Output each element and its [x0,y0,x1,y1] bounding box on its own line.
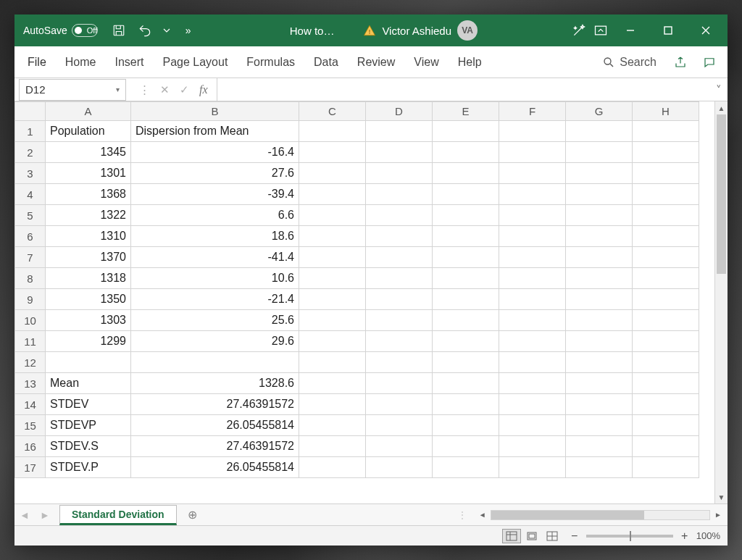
cell[interactable] [366,352,433,373]
cell[interactable] [566,373,633,394]
cell[interactable] [499,226,566,247]
cell[interactable] [566,352,633,373]
cell[interactable] [433,310,499,331]
cell[interactable] [299,394,366,415]
cell[interactable] [633,142,699,163]
cell[interactable] [366,289,433,310]
cell[interactable] [299,310,366,331]
cell[interactable] [566,394,633,415]
expand-formula-bar-icon[interactable]: ˅ [710,83,728,96]
cell[interactable] [366,247,433,268]
cell[interactable] [566,268,633,289]
cell[interactable] [433,226,499,247]
cell[interactable]: -21.4 [131,289,299,310]
cell[interactable] [499,205,566,226]
sheet-tab[interactable]: Standard Deviation [59,505,177,525]
name-box[interactable]: D12 ▾ [19,79,126,101]
cell[interactable] [131,352,299,373]
row-header[interactable]: 12 [15,352,46,373]
cell[interactable] [633,373,699,394]
cell[interactable] [633,457,699,478]
page-layout-view-button[interactable] [522,529,541,543]
row-header[interactable]: 4 [15,184,46,205]
cell[interactable] [499,289,566,310]
cell[interactable] [433,331,499,352]
cell[interactable] [366,163,433,184]
cell[interactable] [299,289,366,310]
cell[interactable] [299,436,366,457]
cell[interactable] [366,268,433,289]
cell[interactable] [366,226,433,247]
cell[interactable]: STDEV [46,394,131,415]
column-header[interactable]: H [633,102,699,121]
cell[interactable]: 18.6 [131,226,299,247]
cell[interactable] [566,163,633,184]
zoom-level[interactable]: 100% [696,530,720,541]
row-header[interactable]: 9 [15,289,46,310]
row-header[interactable]: 6 [15,226,46,247]
row-header[interactable]: 11 [15,331,46,352]
row-header[interactable]: 16 [15,436,46,457]
cell[interactable] [299,352,366,373]
cell[interactable] [366,331,433,352]
undo-icon[interactable] [136,23,154,38]
cell[interactable] [433,289,499,310]
cell[interactable] [433,184,499,205]
zoom-in-button[interactable]: + [679,530,691,543]
cell[interactable] [633,436,699,457]
cell[interactable] [299,184,366,205]
scroll-right-icon[interactable]: ► [712,511,725,519]
toggle-switch[interactable]: Off [72,24,98,37]
vscroll-track[interactable] [715,114,728,490]
cell[interactable]: 25.6 [131,310,299,331]
cell[interactable] [299,247,366,268]
insert-function-icon[interactable]: fx [199,83,208,96]
cell[interactable]: -41.4 [131,247,299,268]
cell[interactable] [299,268,366,289]
cancel-formula-icon[interactable]: ✕ [160,83,170,96]
cell[interactable] [566,205,633,226]
column-header[interactable]: E [433,102,499,121]
cell[interactable] [633,226,699,247]
cell[interactable]: 1370 [46,247,131,268]
cell[interactable] [499,121,566,142]
tab-file[interactable]: File [20,51,54,73]
worksheet-grid[interactable]: ABCDEFGH 1PopulationDispersion from Mean… [14,101,714,503]
column-header[interactable]: C [299,102,366,121]
cell[interactable]: 27.6 [131,163,299,184]
cell[interactable] [633,289,699,310]
column-header[interactable]: G [566,102,633,121]
row-header[interactable]: 2 [15,142,46,163]
scroll-down-icon[interactable]: ▼ [715,490,728,503]
cell[interactable] [499,436,566,457]
tab-scroll-left-icon[interactable]: ◄ [14,509,35,521]
cell[interactable]: 6.6 [131,205,299,226]
minimize-button[interactable] [613,14,648,46]
cell[interactable] [566,457,633,478]
cell[interactable] [633,268,699,289]
cell[interactable]: 1322 [46,205,131,226]
cell[interactable]: 29.6 [131,331,299,352]
tab-insert[interactable]: Insert [107,51,151,73]
cell[interactable] [366,415,433,436]
zoom-slider[interactable] [586,535,673,538]
cell[interactable] [633,415,699,436]
cell[interactable] [433,121,499,142]
cell[interactable] [433,247,499,268]
cell[interactable] [633,394,699,415]
cell[interactable] [433,163,499,184]
cell[interactable]: Dispersion from Mean [131,121,299,142]
cell[interactable] [433,457,499,478]
cell[interactable]: 10.6 [131,268,299,289]
cell[interactable]: 1368 [46,184,131,205]
column-header[interactable]: D [366,102,433,121]
cell[interactable] [299,142,366,163]
scroll-up-icon[interactable]: ▲ [715,101,728,114]
cell[interactable] [566,142,633,163]
more-functions-icon[interactable]: ⋮ [139,83,150,96]
cell[interactable] [633,163,699,184]
cell[interactable] [499,184,566,205]
cell[interactable] [566,247,633,268]
horizontal-scrollbar[interactable]: ◄ ► [473,510,728,520]
cell[interactable] [433,142,499,163]
